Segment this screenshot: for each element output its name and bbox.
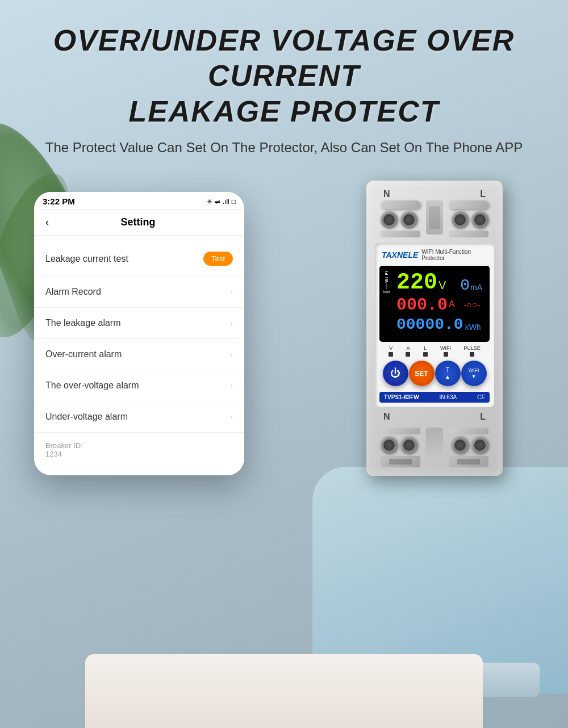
indicator-v: V	[389, 345, 393, 357]
bottom-connectors	[375, 428, 494, 467]
indicator-a: A	[406, 345, 410, 357]
app-header: ‹ Setting	[34, 210, 244, 236]
model-label: TVPS1-63FW	[384, 394, 419, 400]
temp-up-icon: ▲	[445, 374, 450, 380]
main-title: OVER/UNDER VOLTAGE OVER CURRENT LEAKAGE …	[11, 23, 557, 129]
phone-content: Leakage current test Test Alarm Record ›…	[34, 236, 244, 475]
indicator-v-dot	[389, 352, 393, 357]
arrow-icon-leakage-alarm: ›	[230, 319, 233, 328]
lcd-current: 000.0	[396, 295, 448, 315]
menu-item-over-current[interactable]: Over-current alarm ›	[34, 339, 244, 370]
menu-item-leakage-alarm[interactable]: The leakage alarm ›	[34, 308, 244, 339]
phone-status-icons: ✳ ⇌ .ıll □	[207, 198, 236, 206]
connector-top-l-label: L	[480, 189, 486, 199]
ce-mark: CE	[477, 394, 485, 400]
connector-bottom-n-label: N	[383, 412, 390, 422]
back-button[interactable]: ‹	[45, 216, 49, 228]
indicators-row: V A L WIFI P	[379, 342, 490, 358]
lcd-current-unit: A	[449, 299, 455, 309]
temp-icon: T	[446, 367, 449, 374]
brand-subtitle: WIFI Multi-Function Protector	[421, 249, 487, 261]
phone-time: 3:22 PM	[43, 196, 75, 206]
indicator-v-label: V	[389, 345, 392, 351]
indicator-wifi-label: WIFI	[440, 345, 451, 351]
menu-item-leakage-test[interactable]: Leakage current test Test	[34, 241, 244, 277]
wifi-down-icon: ▼	[471, 374, 477, 380]
arrow-icon-alarm-record: ›	[230, 287, 233, 296]
arrow-icon-over-current: ›	[230, 350, 233, 359]
brand-name: TAXNELE	[382, 250, 418, 260]
indicator-pulse: PULSE	[463, 345, 481, 357]
bg-table	[85, 654, 483, 728]
lcd-voltage: 220	[396, 271, 437, 294]
lcd-link-icon: -○○-	[463, 300, 481, 310]
menu-label-alarm-record: Alarm Record	[45, 287, 101, 297]
phone-status-bar: 3:22 PM ✳ ⇌ .ıll □	[34, 192, 244, 210]
test-button[interactable]: Test	[203, 252, 233, 266]
indicator-pulse-label: PULSE	[463, 345, 481, 351]
menu-label-leakage-test: Leakage current test	[45, 254, 128, 264]
menu-label-over-current: Over-current alarm	[45, 349, 122, 359]
wifi-btn-label: WIFI	[469, 367, 479, 374]
temp-button[interactable]: T ▲	[435, 361, 461, 386]
breaker-id: 1234	[45, 450, 233, 458]
menu-label-leakage-alarm: The leakage alarm	[45, 318, 121, 328]
wifi-button[interactable]: WIFI ▼	[461, 361, 487, 386]
device-panel: TAXNELE WIFI Multi-Function Protector Wi…	[375, 243, 494, 407]
lcd-ma-value: 0	[460, 277, 470, 294]
arrow-icon-over-voltage: ›	[230, 381, 233, 390]
menu-label-over-voltage: The over-voltage alarm	[45, 380, 139, 391]
device-body: N L	[366, 181, 503, 476]
battery-icon: □	[232, 198, 236, 206]
subtitle: The Protect Value Can Set On The Protect…	[11, 137, 557, 158]
signal-icon: .ıll	[223, 198, 229, 206]
top-connectors	[375, 200, 494, 237]
connector-top-n-label: N	[383, 189, 390, 199]
bluetooth-icon: ✳	[207, 198, 212, 206]
buttons-row: ⏻ SET T ▲ WIFI ▼	[379, 358, 490, 389]
indicator-l: L	[423, 345, 428, 357]
set-button[interactable]: SET	[409, 361, 435, 386]
menu-item-alarm-record[interactable]: Alarm Record ›	[34, 277, 244, 308]
indicator-wifi: WIFI	[440, 345, 451, 357]
lcd-kwh: 00000.0	[396, 316, 463, 333]
indicator-l-dot	[423, 352, 428, 357]
indicator-a-label: A	[406, 345, 410, 351]
power-button[interactable]: ⏻	[383, 361, 408, 386]
indicator-pulse-dot	[470, 352, 474, 357]
app-title: Setting	[55, 216, 222, 228]
lcd-voltage-unit: V	[438, 279, 446, 292]
menu-label-under-voltage: Under-voltage alarm	[45, 412, 128, 422]
wifi-signal-icon: ⇌	[215, 198, 220, 206]
indicator-wifi-dot	[444, 352, 448, 357]
arrow-icon-under-voltage: ›	[230, 412, 233, 421]
content-area: 3:22 PM ✳ ⇌ .ıll □ ‹ Setting Leakage cur…	[0, 169, 568, 476]
device-area: N L	[335, 181, 534, 476]
menu-item-over-voltage[interactable]: The over-voltage alarm ›	[34, 370, 244, 401]
lcd-display: Wi Fi tuya 220 V 0 mA	[379, 266, 490, 342]
breaker-label: Breaker ID:	[45, 441, 233, 450]
lcd-kwh-unit: kWh	[465, 323, 481, 332]
menu-item-under-voltage[interactable]: Under-voltage alarm ›	[34, 401, 244, 433]
lcd-ma-unit: mA	[470, 283, 482, 292]
rating-label: IN:63A	[440, 394, 457, 400]
phone-mockup: 3:22 PM ✳ ⇌ .ıll □ ‹ Setting Leakage cur…	[34, 192, 244, 475]
indicator-a-dot	[406, 352, 410, 357]
device-footer: TVPS1-63FW IN:63A CE	[379, 392, 490, 403]
breaker-section: Breaker ID: 1234	[34, 433, 244, 470]
header: OVER/UNDER VOLTAGE OVER CURRENT LEAKAGE …	[0, 0, 568, 169]
indicator-l-label: L	[424, 345, 427, 351]
connector-bottom-l-label: L	[480, 412, 486, 422]
device-brand: TAXNELE WIFI Multi-Function Protector	[379, 248, 490, 262]
